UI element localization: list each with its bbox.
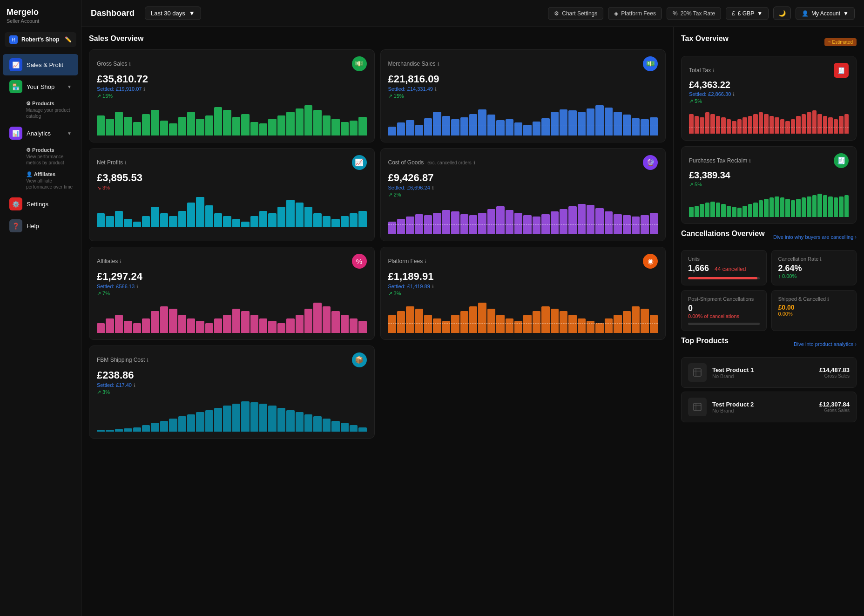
theme-toggle-button[interactable]: 🌙 xyxy=(773,7,791,20)
sidebar-item-your-shop[interactable]: 🏪 Your Shop ▼ xyxy=(3,76,78,97)
sidebar-item-affiliates[interactable]: 👤 Affiliates View affiliate performance … xyxy=(26,169,78,193)
nav-section: 📈 Sales & Profit 🏪 Your Shop ▼ ⚙ Product… xyxy=(0,54,81,237)
card-change-affiliates: ↗ 7% xyxy=(97,291,367,297)
chart-bar xyxy=(748,116,753,134)
card-platform_fees: Platform Fees ℹ ◉ £1,189.91 Settled: £1,… xyxy=(380,247,666,340)
product-item[interactable]: Test Product 1 No Brand £14,487.83 Gross… xyxy=(681,357,857,388)
chart-bar xyxy=(791,119,796,134)
product-name-1: Test Product 2 xyxy=(712,401,814,408)
settled-info-icon[interactable]: ℹ xyxy=(134,383,135,388)
product-amount-0: £14,487.83 xyxy=(819,366,850,373)
product-info-1: Test Product 2 No Brand xyxy=(712,401,814,413)
sidebar-item-products-analytics[interactable]: ⚙ Products View performance metrics by p… xyxy=(26,144,78,169)
chart-bar xyxy=(759,200,763,217)
cancel-rate-info-icon[interactable]: ℹ xyxy=(820,257,822,262)
my-account-button[interactable]: 👤 My Account ▼ xyxy=(796,7,855,20)
chart-bar xyxy=(785,199,790,217)
cancellations-dive-link[interactable]: Dive into why buyers are cancelling › xyxy=(773,234,857,240)
settled-info-icon[interactable]: ℹ xyxy=(435,87,437,92)
chart-bar xyxy=(716,116,721,134)
top-products-header: Top Products Dive into product analytics… xyxy=(681,337,857,352)
total-tax-card: Total Tax ℹ 🧾 £4,363.22 Settled: £2,866.… xyxy=(681,56,857,141)
card-info-icon-merchandise_sales[interactable]: ℹ xyxy=(438,61,439,67)
purchases-tax-info-icon[interactable]: ℹ xyxy=(749,158,751,163)
card-info-icon-gross_sales[interactable]: ℹ xyxy=(129,61,131,67)
shop-sub-section: ⚙ Products Manage your product catalog xyxy=(3,98,78,122)
units-progress-bar xyxy=(688,277,760,279)
chart-bar xyxy=(812,195,817,217)
card-change-net_profits: ↘ 3% xyxy=(97,185,367,191)
tax-overview-title: Tax Overview xyxy=(681,34,729,43)
card-label-cost_of_goods: Cost of Goodsexc. cancelled orders ℹ xyxy=(388,159,475,166)
arrow-right-products-icon: › xyxy=(855,341,857,347)
tax-rate-button[interactable]: % 20% Tax Rate xyxy=(667,7,721,20)
dashboard-main: Sales Overview Gross Sales ℹ 💵 £35,810.7… xyxy=(81,27,673,616)
sidebar-item-sales-profit[interactable]: 📈 Sales & Profit xyxy=(3,54,78,75)
sidebar-item-label-shop: Your Shop xyxy=(27,83,67,90)
sidebar-item-help[interactable]: ❓ Help xyxy=(3,215,78,237)
shop-name: Robert's Shop xyxy=(21,36,65,43)
chart-bar xyxy=(721,204,726,217)
purchases-tax-header: Purchases Tax Reclaim ℹ 🧾 xyxy=(689,153,849,168)
chart-bar xyxy=(710,114,715,134)
card-info-icon-cost_of_goods[interactable]: ℹ xyxy=(473,160,475,165)
date-range-selector[interactable]: Last 30 days ▼ xyxy=(145,7,201,20)
product-sales-1: £12,307.84 Gross Sales xyxy=(819,401,850,413)
sidebar-item-products-shop[interactable]: ⚙ Products Manage your product catalog xyxy=(26,98,78,122)
chart-bar xyxy=(828,196,833,217)
brand-area: Mergeio Seller Account xyxy=(0,0,81,28)
chart-bar xyxy=(770,116,774,134)
chevron-down-account-icon: ▼ xyxy=(843,10,849,17)
card-info-icon-fbm_shipping[interactable]: ℹ xyxy=(147,358,148,363)
product-sales-0: £14,487.83 Gross Sales xyxy=(819,366,850,379)
shipped-cancelled-card: Shipped & Cancelled ℹ £0.00 0.00% xyxy=(771,290,857,331)
chart-bar xyxy=(812,110,817,134)
settled-info-icon[interactable]: ℹ xyxy=(136,284,138,289)
settled-info-icon[interactable]: ℹ xyxy=(432,185,434,190)
total-tax-header: Total Tax ℹ 🧾 xyxy=(689,63,849,78)
top-products-dive-link[interactable]: Dive into product analytics › xyxy=(794,341,857,347)
edit-icon[interactable]: ✏️ xyxy=(65,36,72,43)
shipped-cancelled-info-icon[interactable]: ℹ xyxy=(827,297,829,302)
currency-selector[interactable]: £ £ GBP ▼ xyxy=(726,7,769,20)
svg-rect-0 xyxy=(694,369,701,376)
sales-cards-grid: Gross Sales ℹ 💵 £35,810.72 Settled: £19,… xyxy=(89,49,666,439)
chart-bar xyxy=(716,203,721,217)
chart-bar xyxy=(764,199,769,217)
chart-bar xyxy=(753,203,758,217)
card-info-icon-net_profits[interactable]: ℹ xyxy=(125,160,127,165)
chart-bar xyxy=(802,197,806,217)
product-brand-1: No Brand xyxy=(712,408,814,413)
brand-sub: Seller Account xyxy=(7,18,74,24)
chart-bar xyxy=(737,208,742,217)
sidebar-item-label-analytics: Analytics xyxy=(27,130,67,137)
card-icon-merchandise_sales: 💵 xyxy=(643,56,658,71)
card-info-icon-platform_fees[interactable]: ℹ xyxy=(425,259,426,264)
sidebar-item-label-help: Help xyxy=(27,223,72,230)
card-header-merchandise_sales: Merchandise Sales ℹ 💵 xyxy=(388,56,658,71)
chart-bar xyxy=(748,204,753,217)
product-item[interactable]: Test Product 2 No Brand £12,307.84 Gross… xyxy=(681,392,857,422)
total-tax-info-icon[interactable]: ℹ xyxy=(713,68,715,73)
card-header-cost_of_goods: Cost of Goodsexc. cancelled orders ℹ 🔮 xyxy=(388,155,658,170)
shipped-cancelled-sub: 0.00% xyxy=(778,311,850,317)
platform-fees-button[interactable]: ◈ Platform Fees xyxy=(608,7,662,20)
card-fbm_shipping: FBM Shipping Cost ℹ 📦 £238.86 Settled: £… xyxy=(89,345,375,439)
chart-settings-button[interactable]: ⚙ Chart Settings xyxy=(548,7,603,20)
total-tax-settled-info-icon[interactable]: ℹ xyxy=(733,92,735,97)
chart-bar xyxy=(727,206,731,217)
sidebar-item-label-settings: Settings xyxy=(27,201,72,208)
sidebar-item-settings[interactable]: ⚙️ Settings xyxy=(3,193,78,215)
card-info-icon-affiliates[interactable]: ℹ xyxy=(120,259,122,264)
settled-info-icon[interactable]: ℹ xyxy=(432,284,434,289)
chart-bar xyxy=(695,116,699,134)
settled-info-icon[interactable]: ℹ xyxy=(143,87,145,92)
chart-bar xyxy=(785,121,790,134)
shipped-cancelled-label: Shipped & Cancelled ℹ xyxy=(778,296,850,302)
units-cancel-card: Units 1,666 44 cancelled xyxy=(681,250,767,285)
chart-bar xyxy=(817,194,822,217)
shop-selector[interactable]: R Robert's Shop ✏️ xyxy=(5,32,76,47)
sidebar-item-analytics[interactable]: 📊 Analytics ▼ xyxy=(3,122,78,144)
card-chart-merchandise_sales xyxy=(388,103,658,135)
chart-bar xyxy=(791,200,796,217)
